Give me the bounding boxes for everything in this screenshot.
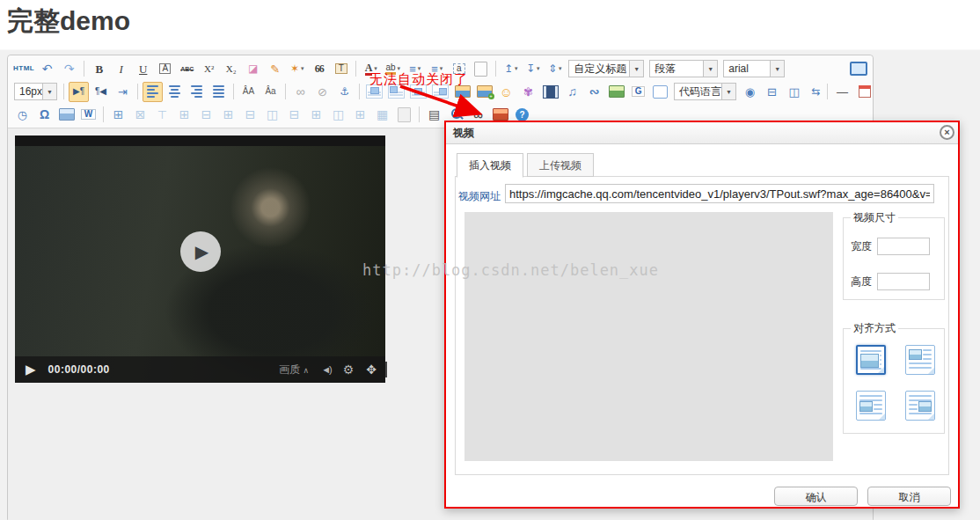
font-color-button[interactable]: A▾: [361, 59, 381, 79]
chevron-down-icon[interactable]: ▼: [703, 61, 717, 77]
volume-icon[interactable]: ◄): [321, 364, 331, 375]
align-justify-button[interactable]: [208, 82, 229, 102]
video-url-input[interactable]: [505, 184, 934, 203]
image-float-right-button[interactable]: [430, 82, 450, 102]
align-right-button[interactable]: [186, 82, 207, 102]
font-family-select[interactable]: arial▼: [723, 60, 785, 77]
insert-video-button[interactable]: [540, 82, 560, 102]
indent-first-line-button[interactable]: ▶¶: [69, 82, 89, 102]
dropdown-arrow-icon[interactable]: ▾: [440, 65, 443, 72]
close-icon[interactable]: ×: [940, 125, 954, 140]
emotion-button[interactable]: ☺: [496, 82, 516, 102]
horizontal-rule-button[interactable]: —: [832, 82, 852, 102]
google-map-button[interactable]: G: [628, 82, 648, 102]
document-preview-button[interactable]: [394, 105, 414, 125]
tab-upload-video[interactable]: 上传视频: [527, 153, 594, 177]
play-overlay-button[interactable]: ▶: [180, 231, 221, 272]
dropdown-arrow-icon[interactable]: ▾: [418, 65, 421, 72]
attachment-button[interactable]: ∾: [584, 82, 604, 102]
font-border-button[interactable]: A: [155, 59, 175, 79]
special-characters-button[interactable]: Ω: [34, 105, 55, 125]
print-button[interactable]: ▤: [424, 105, 444, 125]
height-input[interactable]: [877, 273, 930, 290]
insert-table-button[interactable]: ⊞: [108, 105, 128, 125]
dropdown-arrow-icon[interactable]: ▾: [515, 65, 518, 72]
image-float-left-button[interactable]: [386, 82, 406, 102]
underline-button[interactable]: U: [133, 59, 153, 79]
table-caption-button[interactable]: ⊤: [152, 105, 172, 125]
insert-column-button[interactable]: ⊞: [218, 105, 238, 125]
scrawl-button[interactable]: ✾: [518, 82, 538, 102]
fullscreen-editor-button[interactable]: [848, 59, 868, 79]
import-word-button[interactable]: W: [78, 105, 99, 125]
link-button[interactable]: ∞: [290, 82, 311, 102]
redo-button[interactable]: ↷: [59, 59, 79, 79]
insert-time-button[interactable]: ◷: [12, 105, 33, 125]
code-language-select[interactable]: 代码语言▼: [674, 83, 736, 100]
delete-row-button[interactable]: ⊟: [196, 105, 216, 125]
image-float-center-button[interactable]: [408, 82, 428, 102]
spacing-bottom-button[interactable]: ↧▾: [523, 59, 543, 79]
insert-map-button[interactable]: [606, 82, 626, 102]
unordered-list-button[interactable]: ≡▾: [427, 59, 447, 79]
delete-table-button[interactable]: ⊠: [130, 105, 150, 125]
delete-column-button[interactable]: ⊟: [240, 105, 260, 125]
highlight-color-button[interactable]: ab▾: [383, 59, 403, 79]
image-float-none-button[interactable]: [364, 82, 384, 102]
align-option-center[interactable]: [856, 391, 886, 421]
split-to-columns-button[interactable]: ⊞: [350, 105, 370, 125]
indent-button[interactable]: ⇥: [113, 82, 133, 102]
screenshot-button[interactable]: [56, 105, 77, 125]
cancel-button[interactable]: 取消: [867, 487, 951, 506]
clear-document-button[interactable]: [471, 59, 491, 79]
template-button[interactable]: ◫: [784, 82, 804, 102]
font-size-select[interactable]: 16px▼: [14, 83, 57, 100]
paragraph-direction-button[interactable]: ¶◀: [91, 82, 111, 102]
settings-gear-icon[interactable]: ⚙: [343, 363, 355, 377]
dropdown-arrow-icon[interactable]: ▾: [537, 65, 540, 72]
paste-plain-text-button[interactable]: T: [331, 59, 351, 79]
fullscreen-icon[interactable]: ✥: [366, 363, 377, 377]
anchor-button[interactable]: ⚓: [334, 82, 355, 102]
player-quality-button[interactable]: 画质 ∧: [279, 363, 309, 377]
superscript-button[interactable]: X²: [199, 59, 219, 79]
subscript-button[interactable]: X₂: [221, 59, 241, 79]
select-all-button[interactable]: a: [449, 59, 469, 79]
align-left-button[interactable]: [143, 82, 163, 102]
insert-date-button[interactable]: [854, 82, 874, 102]
source-code-button[interactable]: HTML: [12, 59, 35, 79]
chevron-down-icon[interactable]: ▼: [629, 61, 643, 77]
width-input[interactable]: [877, 238, 930, 255]
auto-typeset-button[interactable]: ✶▾: [287, 59, 307, 79]
align-option-default[interactable]: [856, 345, 886, 375]
split-to-cells-button[interactable]: ▦: [372, 105, 392, 125]
strikethrough-button[interactable]: ABC: [177, 59, 197, 79]
bold-button[interactable]: B: [89, 59, 109, 79]
spacing-top-button[interactable]: ↥▾: [501, 59, 521, 79]
chevron-down-icon[interactable]: ▼: [42, 84, 56, 99]
dropdown-arrow-icon[interactable]: ▾: [374, 65, 377, 72]
ordered-list-button[interactable]: ≡▾: [405, 59, 425, 79]
paragraph-format-select[interactable]: 段落▼: [649, 60, 718, 77]
dialog-titlebar[interactable]: 视频 ×: [446, 122, 958, 144]
dropdown-arrow-icon[interactable]: ▾: [301, 65, 304, 72]
dropdown-arrow-icon[interactable]: ▾: [559, 65, 562, 72]
undo-button[interactable]: ↶: [37, 59, 57, 79]
blockquote-button[interactable]: 66: [309, 59, 329, 79]
align-center-button[interactable]: [165, 82, 185, 102]
merge-cells-button[interactable]: ⊞: [306, 105, 326, 125]
video-player[interactable]: ▶ ▶ 00:00/00:00 画质 ∧ ◄) ⚙ ✥: [15, 135, 385, 383]
align-option-right[interactable]: [905, 391, 935, 421]
italic-button[interactable]: I: [111, 59, 131, 79]
align-option-left[interactable]: [905, 345, 935, 375]
merge-down-button[interactable]: ⊟: [284, 105, 304, 125]
insert-row-button[interactable]: ⊞: [174, 105, 194, 125]
line-height-button[interactable]: ⇕▾: [545, 59, 565, 79]
merge-right-button[interactable]: ◫: [262, 105, 282, 125]
tab-insert-video[interactable]: 插入视频: [457, 153, 523, 178]
chevron-down-icon[interactable]: ▼: [721, 84, 735, 99]
to-lowercase-button[interactable]: Âa: [260, 82, 281, 102]
to-uppercase-button[interactable]: ÂA: [238, 82, 259, 102]
insert-multi-image-button[interactable]: +: [474, 82, 494, 102]
insert-image-button[interactable]: [452, 82, 472, 102]
